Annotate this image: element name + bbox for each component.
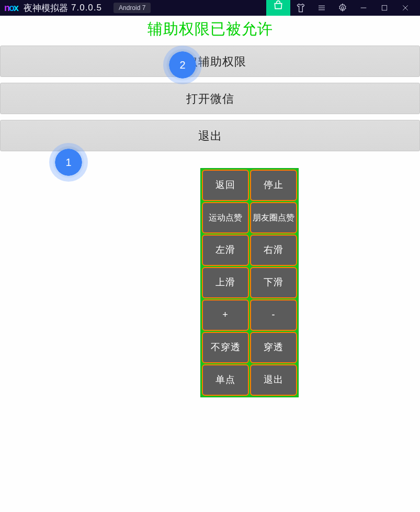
svg-rect-5: [382, 5, 387, 10]
minus-button[interactable]: -: [250, 299, 297, 331]
shirt-icon[interactable]: [290, 0, 311, 16]
swipe-up-button[interactable]: 上滑: [202, 267, 249, 298]
gear-icon[interactable]: [332, 0, 353, 16]
android-version-badge: Android 7: [113, 3, 151, 13]
sport-like-button[interactable]: 运动点赞: [202, 202, 249, 233]
titlebar-controls: [266, 0, 416, 16]
permission-status-label: 辅助权限已被允许: [0, 19, 420, 40]
logo-letter-x: x: [14, 3, 18, 14]
quit-panel-button[interactable]: 退出: [250, 364, 297, 396]
tutorial-marker-1: 1: [52, 146, 85, 179]
nox-logo: n o x: [4, 3, 18, 14]
emulator-version: 7.0.0.5: [71, 3, 102, 13]
emulator-titlebar: n o x 夜神模拟器 7.0.0.5 Android 7: [0, 0, 420, 16]
marker-2-label: 2: [171, 53, 195, 77]
swipe-right-button[interactable]: 右滑: [250, 235, 297, 266]
swipe-down-button[interactable]: 下滑: [250, 267, 297, 298]
back-button[interactable]: 返回: [202, 170, 249, 201]
plus-button[interactable]: +: [202, 299, 249, 331]
open-wechat-button[interactable]: 打开微信: [0, 83, 420, 114]
penetrate-button[interactable]: 穿透: [250, 332, 297, 363]
swipe-left-button[interactable]: 左滑: [202, 235, 249, 266]
single-tap-button[interactable]: 单点: [202, 364, 249, 396]
shopping-bag-icon[interactable]: [266, 0, 290, 16]
marker-1-label: 1: [56, 150, 81, 174]
no-penetrate-button[interactable]: 不穿透: [202, 332, 249, 363]
grant-permission-button[interactable]: 获取辅助权限: [0, 46, 420, 77]
emulator-name: 夜神模拟器: [24, 2, 68, 14]
close-icon[interactable]: [395, 0, 416, 16]
svg-point-3: [342, 7, 344, 9]
maximize-icon[interactable]: [374, 0, 395, 16]
tutorial-marker-2: 2: [166, 49, 199, 81]
floating-control-panel[interactable]: 返回 停止 运动点赞 朋友圈点赞 左滑 右滑 上滑 下滑 + - 不穿透 穿透 …: [200, 168, 299, 397]
menu-icon[interactable]: [311, 0, 332, 16]
moments-like-button[interactable]: 朋友圈点赞: [250, 202, 297, 233]
minimize-icon[interactable]: [353, 0, 374, 16]
stop-button[interactable]: 停止: [250, 170, 297, 201]
